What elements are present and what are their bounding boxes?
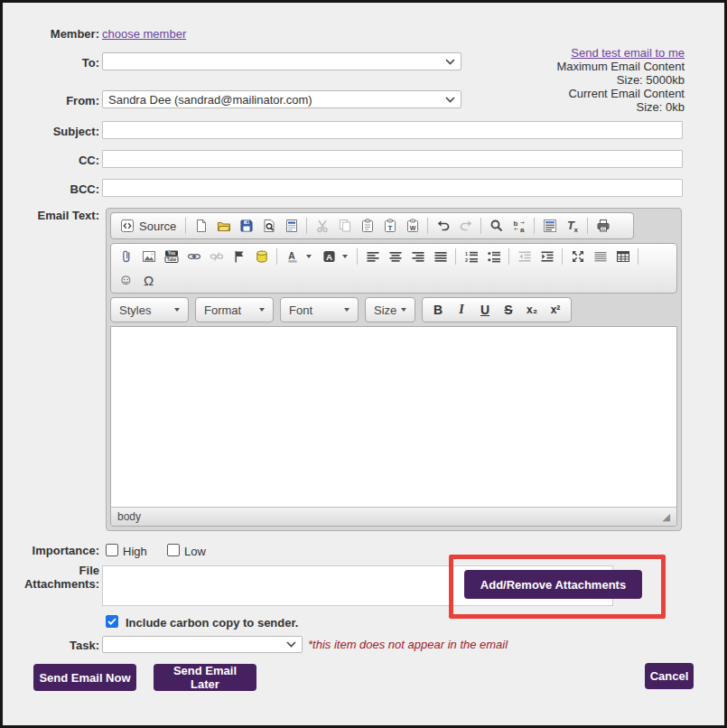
- table-icon[interactable]: [611, 246, 634, 267]
- open-document-icon[interactable]: [212, 215, 235, 237]
- resize-handle-icon[interactable]: ◢: [663, 511, 670, 523]
- source-button[interactable]: Source: [115, 215, 182, 237]
- add-remove-attachments-button[interactable]: Add/Remove Attachments: [464, 570, 642, 599]
- editor-status-bar: body ◢: [111, 507, 676, 526]
- importance-high-label: High: [123, 545, 147, 558]
- show-blocks-icon[interactable]: [589, 246, 611, 267]
- templates-icon[interactable]: [280, 215, 303, 237]
- editor-body-canvas[interactable]: [111, 327, 676, 507]
- attachment-icon[interactable]: [115, 246, 137, 267]
- text-color-icon[interactable]: A: [281, 246, 317, 267]
- outdent-icon: [513, 246, 536, 267]
- paste-plain-text-icon[interactable]: T: [378, 215, 401, 237]
- link-icon[interactable]: [182, 246, 205, 267]
- svg-text:Tube: Tube: [166, 257, 176, 262]
- font-dropdown[interactable]: Font: [280, 297, 359, 322]
- cc-input[interactable]: [102, 150, 683, 168]
- svg-text:You: You: [167, 251, 175, 256]
- task-select[interactable]: [102, 636, 303, 653]
- cut-icon: [311, 215, 333, 237]
- source-button-label: Source: [139, 219, 176, 233]
- max-content-line2: Size: 5000kb: [617, 73, 685, 87]
- anchor-flag-icon[interactable]: [228, 246, 250, 267]
- cancel-button[interactable]: Cancel: [645, 663, 694, 689]
- smiley-icon[interactable]: ☺: [115, 269, 137, 291]
- current-content-line2: Size: 0kb: [637, 100, 685, 114]
- email-size-info: Send test email to me Maximum Email Cont…: [556, 46, 685, 114]
- align-right-icon[interactable]: [406, 246, 429, 267]
- email-text-label: Email Text:: [6, 209, 99, 222]
- format-dropdown[interactable]: Format: [195, 297, 274, 322]
- from-select-value: Sandra Dee (sandrad@mailinator.com): [108, 93, 312, 107]
- font-dropdown-label: Font: [289, 303, 312, 317]
- svg-text:2: 2: [465, 257, 468, 263]
- strikethrough-button[interactable]: S: [497, 300, 520, 320]
- bcc-label: BCC:: [6, 182, 99, 196]
- subject-label: Subject:: [6, 125, 99, 138]
- from-select[interactable]: Sandra Dee (sandrad@mailinator.com): [102, 90, 461, 108]
- styles-dropdown-label: Styles: [119, 303, 151, 317]
- maximize-icon[interactable]: [566, 246, 589, 267]
- styles-dropdown[interactable]: Styles: [110, 297, 189, 322]
- chevron-down-icon: [306, 255, 312, 258]
- check-icon: [107, 618, 117, 625]
- bold-button[interactable]: B: [426, 300, 450, 320]
- underline-button[interactable]: U: [473, 300, 497, 320]
- to-label: To:: [6, 56, 99, 70]
- indent-icon[interactable]: [536, 246, 558, 267]
- justify-icon[interactable]: [429, 246, 452, 267]
- choose-member-link[interactable]: choose member: [102, 27, 186, 41]
- image-icon[interactable]: [137, 246, 160, 267]
- svg-text:T: T: [387, 224, 392, 232]
- background-color-icon[interactable]: A: [317, 246, 353, 267]
- find-icon[interactable]: [485, 215, 508, 237]
- bcc-input[interactable]: [102, 179, 683, 197]
- youtube-icon[interactable]: YouTube: [160, 246, 182, 267]
- chevron-down-icon: [401, 308, 406, 312]
- subscript-button[interactable]: x₂: [520, 300, 544, 320]
- new-page-icon[interactable]: [190, 215, 212, 237]
- italic-button[interactable]: I: [450, 300, 473, 320]
- copy-icon: [333, 215, 356, 237]
- save-icon[interactable]: [235, 215, 257, 237]
- send-email-now-button[interactable]: Send Email Now: [33, 664, 136, 691]
- replace-icon[interactable]: ba: [508, 215, 530, 237]
- editor-editing-area: body ◢: [110, 326, 677, 527]
- select-all-icon[interactable]: [538, 215, 561, 237]
- carbon-copy-label: Include carbon copy to sender.: [126, 616, 298, 630]
- superscript-button[interactable]: x²: [544, 300, 567, 320]
- align-left-icon[interactable]: [361, 246, 384, 267]
- send-email-form: Member: choose member To: Send test emai…: [0, 0, 727, 728]
- undo-icon[interactable]: [432, 215, 454, 237]
- cc-label: CC:: [6, 154, 99, 167]
- svg-text:A: A: [288, 251, 295, 261]
- paste-icon[interactable]: [356, 215, 378, 237]
- to-select[interactable]: [102, 52, 461, 70]
- svg-text:A: A: [326, 252, 332, 262]
- size-dropdown[interactable]: Size: [365, 297, 415, 322]
- svg-text:a: a: [520, 226, 525, 234]
- redo-icon: [454, 215, 477, 237]
- importance-low-label: Low: [184, 545, 206, 558]
- remove-format-icon[interactable]: Tx: [561, 215, 583, 237]
- element-path-body[interactable]: body: [117, 510, 141, 523]
- importance-low-checkbox[interactable]: [167, 544, 180, 556]
- special-character-icon[interactable]: Ω: [137, 269, 160, 291]
- numbered-list-icon[interactable]: 12: [460, 246, 482, 267]
- importance-high-checkbox[interactable]: [106, 544, 118, 556]
- subject-input[interactable]: [102, 121, 683, 139]
- svg-text:b: b: [513, 219, 517, 228]
- importance-label: Importance:: [6, 544, 99, 557]
- chevron-down-icon: [445, 59, 455, 65]
- preview-icon[interactable]: [257, 215, 280, 237]
- carbon-copy-checkbox[interactable]: [106, 615, 118, 628]
- send-test-email-link[interactable]: Send test email to me: [571, 46, 685, 60]
- align-center-icon[interactable]: [384, 246, 406, 267]
- paste-from-word-icon[interactable]: W: [401, 215, 424, 237]
- print-icon[interactable]: [592, 215, 614, 237]
- merge-field-icon[interactable]: [250, 246, 273, 267]
- bulleted-list-icon[interactable]: [482, 246, 505, 267]
- max-content-line1: Maximum Email Content: [556, 60, 685, 73]
- task-note: *this item does not appear in the email: [308, 638, 508, 651]
- send-email-later-button[interactable]: Send Email Later: [154, 664, 256, 691]
